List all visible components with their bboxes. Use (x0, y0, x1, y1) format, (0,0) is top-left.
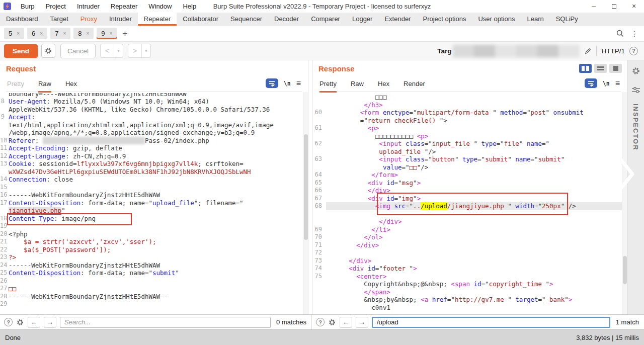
response-scrollbar[interactable] (622, 92, 627, 314)
request-menu-icon[interactable]: ≡ (296, 81, 301, 86)
code-line: 14Connection: close (0, 176, 308, 184)
single-view-icon[interactable] (609, 64, 622, 73)
code-line: 22 $a($_POST['password']); (0, 246, 308, 254)
menu-help[interactable]: Help (177, 0, 202, 13)
word-wrap-toggle-icon[interactable] (266, 78, 278, 88)
stacked-view-icon[interactable] (594, 64, 607, 73)
tab-decoder[interactable]: Decoder (268, 13, 305, 26)
response-search-input[interactable] (372, 317, 610, 328)
close-tab-icon[interactable]: × (110, 31, 113, 36)
previous-request-button[interactable]: < ▾ (100, 44, 123, 58)
tab-comparer[interactable]: Comparer (305, 13, 346, 26)
previous-match-button[interactable]: ← (28, 317, 40, 328)
show-newlines-icon[interactable]: \n (284, 80, 291, 87)
help-icon[interactable]: ? (316, 318, 325, 326)
code-line: /webp,image/apng,*/*;q=0.8,application/s… (0, 129, 308, 137)
repeater-tab-5[interactable]: 5× (4, 28, 24, 39)
response-tab-pretty[interactable]: Pretty (319, 80, 337, 93)
response-editor[interactable]: □□□ </h3>60 <form enctype="multipart/for… (312, 92, 627, 314)
close-tab-icon[interactable]: × (40, 31, 43, 36)
next-match-button[interactable]: → (356, 317, 368, 328)
search-settings-gear-icon[interactable] (328, 318, 336, 326)
tab-dashboard[interactable]: Dashboard (0, 13, 44, 26)
tab-sqlipy[interactable]: SQLiPy (550, 13, 584, 26)
code-line: 63 <input class="button" type="submit" n… (312, 155, 627, 163)
close-tab-icon[interactable]: × (86, 31, 89, 36)
request-editor[interactable]: boundary=----WebKitFormBoundaryZjnstzHHt… (0, 92, 308, 314)
code-line: &nbsp;by&nbsp; <a href="http://gv7.me " … (312, 296, 627, 304)
inspector-collapse-chevron-icon[interactable] (616, 155, 636, 193)
response-title: Response (318, 64, 621, 76)
menu-burp[interactable]: Burp (15, 0, 40, 13)
panel-divider[interactable] (308, 60, 312, 314)
response-tab-render[interactable]: Render (404, 80, 425, 93)
next-request-button[interactable]: > ▾ (128, 44, 151, 58)
repeater-tab-7[interactable]: 7× (50, 28, 70, 39)
code-line: ="return checkFile() "> (312, 117, 627, 125)
tab-intruder[interactable]: Intruder (103, 13, 138, 26)
http-version-label[interactable]: HTTP/1 (601, 47, 625, 55)
close-tab-icon[interactable]: × (63, 31, 66, 36)
maximize-icon (612, 4, 616, 9)
code-line: jiangjiyue.php" (0, 207, 308, 215)
edit-target-pencil-icon[interactable] (584, 47, 592, 55)
repeater-tab-6[interactable]: 6× (27, 28, 47, 39)
response-tab-raw[interactable]: Raw (351, 80, 364, 93)
menu-window[interactable]: Window (143, 0, 177, 13)
next-match-button[interactable]: → (44, 317, 56, 328)
repeater-tab-9[interactable]: 9× (97, 28, 117, 39)
code-line: 69 </li> (312, 226, 627, 234)
request-search-input[interactable] (60, 317, 271, 328)
maximize-button[interactable] (604, 0, 624, 13)
status-bar: Done 3,832 bytes | 15 millis (0, 329, 644, 345)
tab-target[interactable]: Target (44, 13, 74, 26)
previous-match-button[interactable]: ← (340, 317, 352, 328)
repeater-tab-8[interactable]: 8× (73, 28, 94, 39)
tab-project-options[interactable]: Project options (417, 13, 472, 26)
previous-icon[interactable]: < (101, 44, 114, 57)
response-tab-hex[interactable]: Hex (378, 80, 389, 93)
inspector-label[interactable]: INSPECTOR (632, 104, 639, 151)
inspector-filter-icon[interactable] (631, 87, 640, 94)
tab-extender[interactable]: Extender (378, 13, 417, 26)
tab-sequencer[interactable]: Sequencer (224, 13, 268, 26)
request-tab-hex[interactable]: Hex (65, 80, 77, 93)
kebab-menu-icon[interactable]: ⋮ (631, 30, 638, 38)
request-scrollbar[interactable] (303, 92, 308, 314)
minimize-button[interactable]: – (584, 0, 604, 13)
close-tab-icon[interactable]: × (17, 31, 20, 36)
request-tab-pretty[interactable]: Pretty (7, 80, 24, 93)
menu-project[interactable]: Project (40, 0, 71, 13)
code-line: 23?> (0, 253, 308, 262)
show-newlines-icon[interactable]: \n (603, 80, 610, 87)
request-tab-raw[interactable]: Raw (38, 80, 51, 93)
help-icon[interactable]: ? (4, 318, 13, 326)
add-tab-button[interactable]: + (122, 29, 127, 39)
send-button[interactable]: Send (4, 44, 38, 58)
word-wrap-toggle-icon[interactable] (585, 78, 597, 88)
close-button[interactable]: × (624, 0, 644, 13)
code-line: 12Accept-Language: zh-CN,zh;q=0.9 (0, 152, 308, 160)
search-settings-gear-icon[interactable] (16, 318, 24, 326)
request-scrollbar-thumb[interactable] (304, 134, 308, 240)
tab-logger[interactable]: Logger (346, 13, 378, 26)
menu-intruder[interactable]: Intruder (71, 0, 105, 13)
tab-collaborator[interactable]: Collaborator (177, 13, 224, 26)
help-icon[interactable]: ? (629, 47, 638, 55)
tab-repeater[interactable]: Repeater (138, 13, 177, 26)
inspector-gear-icon[interactable] (631, 66, 640, 75)
tab-user-options[interactable]: User options (472, 13, 521, 26)
tab-learn[interactable]: Learn (521, 13, 549, 26)
previous-dropdown-icon[interactable]: ▾ (114, 44, 123, 57)
search-icon[interactable] (616, 30, 624, 37)
cancel-button[interactable]: Cancel (60, 44, 96, 58)
code-line: 21 $a = strtr('azxcvt','zxcv','sser'); (0, 238, 308, 246)
menu-repeater[interactable]: Repeater (105, 0, 143, 13)
next-dropdown-icon[interactable]: ▾ (142, 44, 150, 57)
next-icon[interactable]: > (128, 44, 142, 57)
tab-proxy[interactable]: Proxy (74, 13, 103, 26)
side-by-side-view-icon[interactable] (579, 64, 592, 73)
response-menu-icon[interactable]: ≡ (615, 81, 620, 86)
response-scrollbar-thumb[interactable] (623, 256, 627, 284)
send-settings-gear-button[interactable] (41, 44, 55, 58)
